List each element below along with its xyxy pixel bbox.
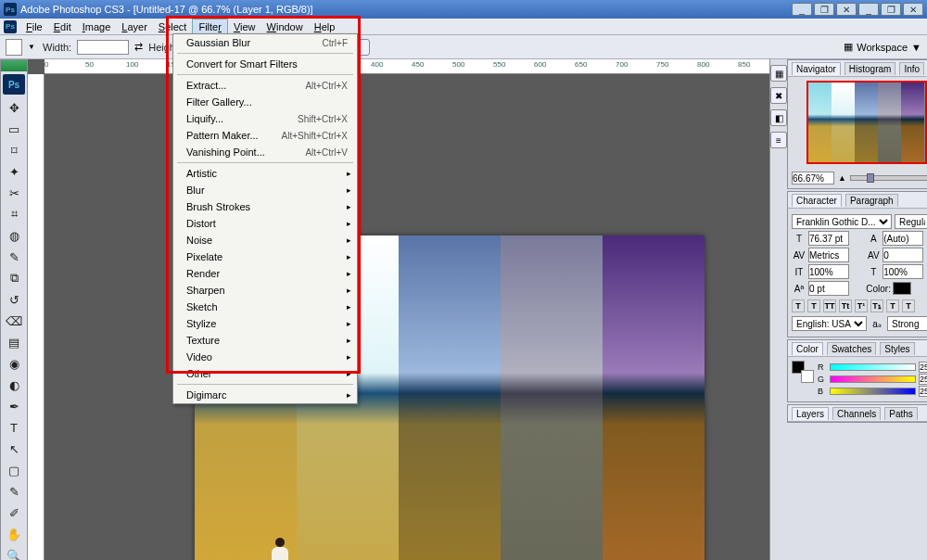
r-input[interactable] [919, 362, 927, 373]
panel-icon-4[interactable]: ≡ [770, 132, 787, 148]
menu-help[interactable]: Help [309, 19, 341, 34]
slice-tool[interactable]: ⌗ [2, 204, 26, 224]
pen-tool[interactable]: ✒ [2, 396, 26, 416]
eyedropper-tool[interactable]: ✐ [2, 503, 26, 523]
smallcaps-button[interactable]: Tt [839, 299, 852, 312]
dodge-tool[interactable]: ◐ [2, 375, 26, 395]
blur-tool[interactable]: ◉ [2, 353, 26, 374]
menu-item-noise[interactable]: Noise▸ [173, 232, 357, 248]
font-style-select[interactable]: Regular [895, 214, 927, 229]
close-button[interactable]: ✕ [836, 3, 857, 16]
baseline-input[interactable] [808, 281, 849, 296]
move-tool[interactable]: ✥ [2, 97, 26, 118]
tab-swatches[interactable]: Swatches [827, 342, 876, 355]
zoom-input[interactable] [792, 172, 834, 185]
menu-item-convert-for-smart-filters[interactable]: Convert for Smart Filters [173, 56, 357, 72]
superscript-button[interactable]: T¹ [855, 299, 868, 312]
b-slider[interactable] [830, 388, 916, 395]
wand-tool[interactable]: ✦ [2, 161, 26, 182]
menu-item-render[interactable]: Render▸ [173, 265, 357, 282]
minimize-button[interactable]: _ [792, 3, 812, 16]
lasso-tool[interactable]: ⌑ [2, 140, 26, 160]
marquee-tool[interactable]: ▭ [2, 119, 26, 139]
vscale-input[interactable] [808, 264, 849, 279]
menu-item-brush-strokes[interactable]: Brush Strokes▸ [173, 198, 357, 215]
navigator-thumbnail[interactable] [806, 81, 927, 164]
menu-item-other[interactable]: Other▸ [173, 365, 357, 382]
workspace-label[interactable]: Workspace [857, 42, 908, 53]
menu-item-blur[interactable]: Blur▸ [173, 182, 357, 198]
width-input[interactable] [77, 40, 129, 55]
antialias-select[interactable]: Strong [887, 316, 927, 331]
menu-item-pattern-maker-[interactable]: Pattern Maker...Alt+Shift+Ctrl+X [173, 127, 357, 144]
tab-channels[interactable]: Channels [832, 407, 881, 420]
b-input[interactable] [919, 386, 927, 397]
zoom-out-icon[interactable]: ▲ [838, 173, 846, 183]
maximize-button[interactable]: ❐ [814, 3, 834, 16]
menu-item-digimarc[interactable]: Digimarc▸ [173, 387, 357, 403]
history-brush-tool[interactable]: ↺ [2, 289, 26, 310]
menu-item-distort[interactable]: Distort▸ [173, 215, 357, 232]
panel-icon-3[interactable]: ◧ [770, 109, 787, 126]
notes-tool[interactable]: ✎ [2, 481, 26, 502]
menu-item-gaussian-blur[interactable]: Gaussian BlurCtrl+F [173, 34, 357, 51]
zoom-tool[interactable]: 🔍 [2, 545, 26, 560]
strike-button[interactable]: T [902, 299, 915, 312]
menu-filter[interactable]: Filter [192, 19, 227, 35]
stamp-tool[interactable]: ⧉ [2, 268, 26, 288]
r-slider[interactable] [830, 363, 916, 371]
swap-icon[interactable]: ⇄ [134, 41, 143, 53]
doc-restore-button[interactable]: ❐ [881, 3, 901, 16]
menu-item-artistic[interactable]: Artistic▸ [173, 165, 357, 182]
menu-edit[interactable]: Edit [48, 19, 77, 34]
language-select[interactable]: English: USA [792, 316, 867, 331]
panel-icon-2[interactable]: ✖ [770, 87, 787, 104]
menu-item-filter-gallery-[interactable]: Filter Gallery... [173, 94, 357, 110]
brush-tool[interactable]: ✎ [2, 247, 26, 267]
menu-item-pixelate[interactable]: Pixelate▸ [173, 248, 357, 265]
menu-select[interactable]: Select [153, 19, 193, 34]
bold-button[interactable]: T [792, 299, 805, 312]
menu-view[interactable]: View [228, 19, 261, 34]
tab-color[interactable]: Color [792, 342, 823, 355]
panel-icon-1[interactable]: ▦ [770, 65, 787, 82]
menu-item-video[interactable]: Video▸ [173, 349, 357, 365]
tab-character[interactable]: Character [792, 194, 842, 207]
tab-layers[interactable]: Layers [792, 407, 829, 420]
tab-paragraph[interactable]: Paragraph [845, 194, 898, 207]
zoom-slider[interactable] [850, 175, 927, 181]
crop-tool-icon[interactable] [6, 39, 22, 56]
color-fg-bg[interactable] [792, 361, 814, 383]
doc-minimize-button[interactable]: _ [858, 3, 879, 16]
tracking-input[interactable] [883, 248, 923, 262]
tab-paths[interactable]: Paths [884, 407, 918, 420]
menu-item-stylize[interactable]: Stylize▸ [173, 315, 357, 332]
font-family-select[interactable]: Franklin Gothic D... [792, 214, 892, 229]
tool-preset-dropdown[interactable]: ▼ [28, 43, 37, 51]
hand-tool[interactable]: ✋ [2, 524, 26, 544]
menu-file[interactable]: File [20, 19, 48, 34]
menu-item-vanishing-point-[interactable]: Vanishing Point...Alt+Ctrl+V [173, 144, 357, 160]
menu-item-extract-[interactable]: Extract...Alt+Ctrl+X [173, 77, 357, 94]
subscript-button[interactable]: T₁ [870, 299, 883, 312]
gradient-tool[interactable]: ▤ [2, 332, 26, 352]
doc-close-button[interactable]: ✕ [903, 3, 923, 16]
italic-button[interactable]: T [807, 299, 820, 312]
kerning-input[interactable] [808, 248, 849, 262]
menu-item-sketch[interactable]: Sketch▸ [173, 299, 357, 315]
hscale-input[interactable] [883, 264, 923, 279]
tab-histogram[interactable]: Histogram [844, 62, 896, 75]
font-size-input[interactable] [808, 231, 849, 246]
menu-item-liquify-[interactable]: Liquify...Shift+Ctrl+X [173, 110, 357, 127]
menu-item-sharpen[interactable]: Sharpen▸ [173, 282, 357, 299]
allcaps-button[interactable]: TT [823, 299, 836, 312]
underline-button[interactable]: T [886, 299, 899, 312]
type-tool[interactable]: T [2, 417, 26, 438]
menu-window[interactable]: Window [261, 19, 309, 34]
path-tool[interactable]: ↖ [2, 439, 26, 459]
g-slider[interactable] [830, 375, 916, 383]
g-input[interactable] [919, 374, 927, 385]
tab-styles[interactable]: Styles [880, 342, 914, 355]
shape-tool[interactable]: ▢ [2, 460, 26, 480]
eraser-tool[interactable]: ⌫ [2, 311, 26, 331]
